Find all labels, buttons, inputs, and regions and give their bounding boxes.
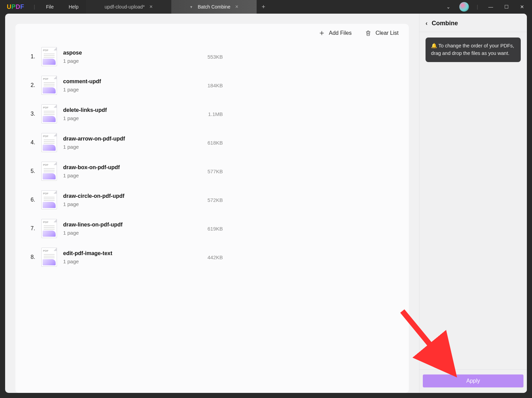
file-number: 2.	[26, 82, 35, 88]
file-number: 5.	[26, 168, 35, 174]
file-size: 572KB	[192, 197, 223, 203]
file-meta: aspose1 page	[63, 50, 186, 64]
add-files-label: Add Files	[329, 30, 352, 36]
file-pages: 1 page	[63, 173, 186, 178]
add-files-button[interactable]: Add Files	[319, 30, 352, 36]
pdf-thumbnail-icon: PDF	[41, 162, 57, 181]
file-pages: 1 page	[63, 201, 186, 207]
app-logo: UPDF	[0, 3, 30, 11]
title-bar: UPDF | File Help updf-cloud-upload* × ▼ …	[0, 0, 532, 14]
bell-icon: 🔔	[431, 43, 437, 48]
file-size: 1.1MB	[192, 111, 223, 117]
menu-file[interactable]: File	[39, 4, 61, 10]
plus-icon	[319, 30, 325, 36]
clear-list-label: Clear List	[375, 30, 399, 36]
file-pages: 1 page	[63, 87, 186, 92]
close-icon[interactable]: ×	[235, 4, 238, 10]
trash-icon	[365, 30, 371, 36]
file-pages: 1 page	[63, 58, 186, 64]
sidebar: ‹ Combine 🔔 To change the order of your …	[419, 14, 527, 393]
workspace: Add Files Clear List 1.PDFaspose1 page55…	[5, 14, 527, 393]
sidebar-footer: Apply	[419, 369, 527, 393]
file-number: 7.	[26, 225, 35, 232]
pdf-thumbnail-icon: PDF	[41, 248, 57, 267]
file-row[interactable]: 6.PDFdraw-circle-on-pdf-updf1 page572KB	[26, 186, 399, 214]
file-size: 619KB	[192, 226, 223, 232]
file-meta: draw-lines-on-pdf-updf1 page	[63, 222, 186, 236]
main-panel: Add Files Clear List 1.PDFaspose1 page55…	[5, 14, 419, 393]
separator: |	[30, 4, 39, 10]
file-name: draw-lines-on-pdf-updf	[63, 222, 186, 228]
file-number: 8.	[26, 254, 35, 260]
chevron-down-icon[interactable]: ⌄	[442, 0, 455, 13]
menu-help[interactable]: Help	[61, 4, 86, 10]
pdf-thumbnail-icon: PDF	[41, 133, 57, 152]
sidebar-header: ‹ Combine	[419, 14, 527, 32]
minimize-button[interactable]: —	[484, 0, 497, 13]
tab-label: updf-cloud-upload*	[105, 4, 145, 10]
file-name: aspose	[63, 50, 186, 56]
file-name: comment-updf	[63, 78, 186, 85]
file-row[interactable]: 2.PDFcomment-updf1 page184KB	[26, 71, 399, 100]
file-size: 553KB	[192, 54, 223, 60]
file-row[interactable]: 3.PDFdelete-links-updf1 page1.1MB	[26, 100, 399, 128]
file-number: 6.	[26, 197, 35, 203]
file-meta: draw-box-on-pdf-updf1 page	[63, 164, 186, 178]
file-number: 3.	[26, 111, 35, 117]
file-size: 184KB	[192, 83, 223, 88]
sidebar-title: Combine	[432, 20, 458, 27]
tab-label: Batch Combine	[198, 4, 230, 10]
clear-list-button[interactable]: Clear List	[365, 30, 399, 36]
file-row[interactable]: 7.PDFdraw-lines-on-pdf-updf1 page619KB	[26, 214, 399, 243]
file-meta: draw-circle-on-pdf-updf1 page	[63, 193, 186, 207]
close-icon[interactable]: ×	[149, 4, 153, 10]
file-row[interactable]: 1.PDFaspose1 page553KB	[26, 42, 399, 71]
tip-box: 🔔 To change the order of your PDFs, drag…	[426, 38, 521, 62]
pdf-thumbnail-icon: PDF	[41, 104, 57, 123]
file-pages: 1 page	[63, 230, 186, 236]
tab-batch-combine[interactable]: ▼ Batch Combine ×	[171, 0, 257, 14]
file-number: 1.	[26, 54, 35, 60]
file-toolbar: Add Files Clear List	[15, 28, 409, 41]
file-name: draw-arrow-on-pdf-updf	[63, 136, 186, 142]
user-avatar[interactable]	[458, 0, 471, 13]
file-row[interactable]: 4.PDFdraw-arrow-on-pdf-updf1 page618KB	[26, 128, 399, 157]
separator: |	[473, 4, 481, 10]
file-pages: 1 page	[63, 115, 186, 121]
file-size: 618KB	[192, 140, 223, 146]
file-name: draw-circle-on-pdf-updf	[63, 193, 186, 199]
pdf-thumbnail-icon: PDF	[41, 219, 57, 238]
file-meta: draw-arrow-on-pdf-updf1 page	[63, 136, 186, 150]
pdf-thumbnail-icon: PDF	[41, 190, 57, 209]
file-name: edit-pdf-image-text	[63, 250, 186, 256]
pdf-thumbnail-icon: PDF	[41, 76, 57, 95]
file-meta: edit-pdf-image-text1 page	[63, 250, 186, 264]
file-size: 442KB	[192, 254, 223, 260]
maximize-button[interactable]: ☐	[500, 0, 513, 13]
file-meta: comment-updf1 page	[63, 78, 186, 92]
file-name: draw-box-on-pdf-updf	[63, 164, 186, 171]
apply-button[interactable]: Apply	[423, 374, 523, 387]
new-tab-button[interactable]: +	[257, 3, 270, 11]
file-row[interactable]: 5.PDFdraw-box-on-pdf-updf1 page577KB	[26, 157, 399, 186]
chevron-down-icon[interactable]: ▼	[190, 5, 193, 9]
pdf-thumbnail-icon: PDF	[41, 47, 57, 66]
file-pages: 1 page	[63, 144, 186, 150]
file-name: delete-links-updf	[63, 107, 186, 113]
file-list: 1.PDFaspose1 page553KB2.PDFcomment-updf1…	[15, 41, 409, 271]
back-icon[interactable]: ‹	[426, 20, 428, 27]
file-meta: delete-links-updf1 page	[63, 107, 186, 121]
tip-text: To change the order of your PDFs, drag a…	[431, 43, 514, 56]
close-button[interactable]: ✕	[516, 0, 529, 13]
file-row[interactable]: 8.PDFedit-pdf-image-text1 page442KB	[26, 243, 399, 271]
file-pages: 1 page	[63, 259, 186, 264]
file-panel: Add Files Clear List 1.PDFaspose1 page55…	[15, 24, 409, 393]
tab-cloud-upload[interactable]: updf-cloud-upload* ×	[86, 0, 171, 14]
file-number: 4.	[26, 139, 35, 146]
file-size: 577KB	[192, 168, 223, 174]
